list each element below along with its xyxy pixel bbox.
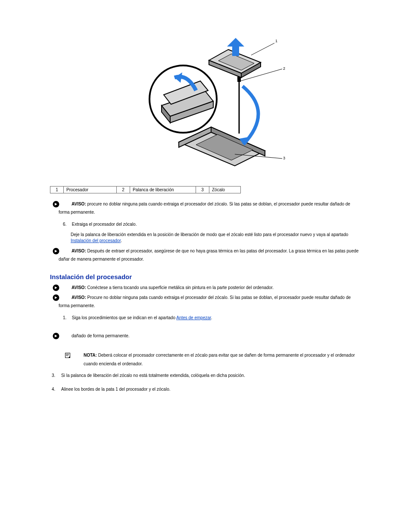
notice-cont: forma permanente. xyxy=(59,209,368,215)
notice-orient-processor: dañado de forma permanente. xyxy=(53,333,368,339)
step-4: 4.Alinee los bordes de la pata 1 del pro… xyxy=(52,386,368,392)
diagram-svg xyxy=(136,26,282,172)
legend-2-label: Palanca de liberación xyxy=(130,187,196,193)
notice-icon xyxy=(53,284,59,291)
notice-icon xyxy=(53,294,59,301)
processor-removal-diagram: 1 2 3 xyxy=(50,26,368,173)
svg-marker-33 xyxy=(65,353,70,358)
step-6: 6. Extraiga el procesador del zócalo. xyxy=(63,221,368,227)
legend-3-label: Zócalo xyxy=(209,187,241,193)
step-1: 1. Siga los procedimientos que se indica… xyxy=(63,315,368,321)
notice-ground-yourself: AVISO: Conéctese a tierra tocando una su… xyxy=(53,285,368,291)
notice-thermal-grease: AVISO: Después de extraer el procesador,… xyxy=(53,248,368,255)
note-place-correctly: NOTA: Deberá colocar el procesador corre… xyxy=(65,352,368,358)
step-3: 3.Si la palanca de liberación del zócalo… xyxy=(52,373,368,379)
notice-text: procure no doblar ninguna pata cuando ex… xyxy=(86,202,350,206)
link-instalacion-procesador[interactable]: Instalación del procesador xyxy=(71,238,121,243)
callout-1: 1 xyxy=(275,39,277,43)
legend-3-num: 3 xyxy=(196,187,209,193)
callout-3: 3 xyxy=(283,156,285,160)
step-6-followup: Deje la palanca de liberación extendida … xyxy=(71,232,368,244)
notice-bent-pins: AVISO: procure no doblar ninguna pata cu… xyxy=(53,201,368,208)
notice-lead: AVISO: xyxy=(72,202,86,206)
heading-instalacion-procesador: Instalación del procesador xyxy=(50,273,368,280)
link-antes-empezar[interactable]: Antes de empezar xyxy=(176,315,211,320)
notice-bent-pins-2: AVISO: Procure no doblar ninguna pata cu… xyxy=(53,295,368,301)
svg-line-19 xyxy=(251,43,274,55)
diagram-legend-table: 1 Procesador 2 Palanca de liberación 3 Z… xyxy=(50,186,241,193)
legend-2-num: 2 xyxy=(117,187,130,193)
notice-icon xyxy=(53,248,59,255)
legend-1-num: 1 xyxy=(50,187,64,193)
notice4-cont: forma permanente. xyxy=(59,303,368,309)
notice-icon xyxy=(53,201,59,208)
legend-1-label: Procesador xyxy=(64,187,117,193)
notice2-cont: dañar de manera permanente el procesador… xyxy=(59,256,368,262)
notice-icon xyxy=(53,333,59,339)
note1-cont: cuando encienda el ordenador. xyxy=(84,361,368,367)
note-icon xyxy=(65,352,71,358)
callout-2: 2 xyxy=(283,66,285,71)
